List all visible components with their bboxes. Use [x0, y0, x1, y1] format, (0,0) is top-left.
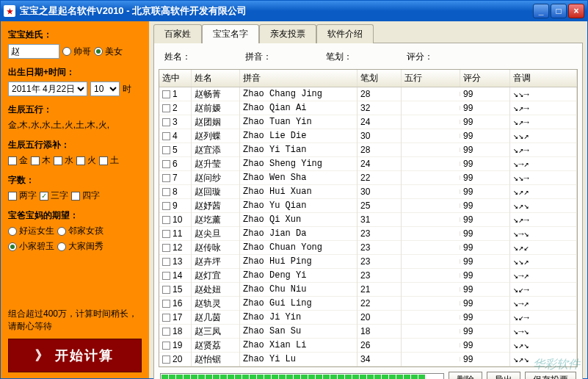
- hdr-pinyin[interactable]: 拼音: [240, 70, 357, 87]
- row-checkbox[interactable]: [162, 328, 170, 336]
- row-checkbox[interactable]: [162, 188, 170, 196]
- birth-date-select[interactable]: 2011年 4月22日: [8, 82, 87, 96]
- hdr-sel[interactable]: 选中: [159, 70, 192, 87]
- filter-name: 姓名：: [164, 51, 223, 63]
- filter-row: 姓名： 拼音： 笔划： 评分：: [159, 48, 578, 69]
- table-row[interactable]: 20赵怡锯Zhao Yi Lu3499↘↗↘: [159, 353, 577, 367]
- row-checkbox[interactable]: [162, 230, 170, 238]
- list-body[interactable]: 1赵畅菁Zhao Chang Jing2899↘↘→2赵前嫒Zhao Qian …: [159, 87, 577, 367]
- delete-button[interactable]: 删除: [449, 372, 482, 379]
- surname-label: 宝宝姓氏：: [8, 29, 142, 41]
- progress-bar: [160, 373, 444, 379]
- row-checkbox[interactable]: [162, 272, 170, 280]
- qiwang-opt1[interactable]: 好运女生: [8, 225, 54, 237]
- row-checkbox[interactable]: [162, 244, 170, 252]
- tabs: 百家姓 宝宝名字 亲友投票 软件介绍: [149, 21, 587, 43]
- filter-pinyin: 拼音：: [245, 51, 304, 63]
- tianbu-shui[interactable]: 水: [54, 154, 73, 167]
- qiwang-opt2[interactable]: 邻家女孩: [57, 225, 104, 237]
- filter-bihua: 笔划：: [326, 51, 385, 63]
- zishu-label: 字数：: [8, 174, 142, 187]
- tab-panel: 姓名： 拼音： 笔划： 评分： 选中 姓名 拼音 笔划 五行 评分 音调: [153, 43, 583, 379]
- tab-ruanjianjieshao[interactable]: 软件介绍: [316, 24, 374, 43]
- titlebar: ★ 宝宝之星起名软件V2010 - 北京联高软件开发有限公司 _ □ ×: [1, 1, 587, 21]
- row-checkbox[interactable]: [162, 90, 170, 98]
- row-checkbox[interactable]: [162, 286, 170, 294]
- filter-score: 评分：: [407, 51, 465, 63]
- zishu-three[interactable]: 三字: [40, 190, 68, 202]
- row-checkbox[interactable]: [162, 174, 170, 182]
- birth-label: 出生日期+时间：: [8, 66, 142, 79]
- qiwang-opt3[interactable]: 小家碧玉: [8, 240, 54, 253]
- hdr-tone[interactable]: 音调: [510, 70, 577, 87]
- tianbu-huo[interactable]: 火: [76, 154, 96, 167]
- row-checkbox[interactable]: [162, 202, 170, 210]
- gender-girl-radio[interactable]: 美女: [94, 46, 123, 58]
- start-compute-button[interactable]: 》 开始计算: [8, 339, 142, 372]
- hint-text: 组合超过400万，计算时间稍长，请耐心等待: [8, 308, 142, 333]
- row-checkbox[interactable]: [162, 160, 170, 168]
- row-checkbox[interactable]: [162, 300, 170, 308]
- export-button[interactable]: 导出: [487, 372, 520, 379]
- qiwang-label: 宝爸宝妈的期望：: [8, 209, 142, 222]
- minimize-button[interactable]: _: [533, 4, 549, 18]
- window-title: 宝宝之星起名软件V2010 - 北京联高软件开发有限公司: [20, 4, 533, 18]
- sidebar: 宝宝姓氏： 帅哥 美女 出生日期+时间： 2011年 4月22日 10 时 生辰…: [1, 21, 149, 378]
- list-header: 选中 姓名 拼音 笔划 五行 评分 音调: [159, 70, 577, 87]
- tianbu-mu[interactable]: 木: [31, 154, 51, 167]
- surname-input[interactable]: [8, 44, 59, 59]
- birth-hour-select[interactable]: 10: [90, 82, 120, 96]
- hdr-bihua[interactable]: 笔划: [357, 70, 402, 87]
- qiwang-opt4[interactable]: 大家闺秀: [57, 240, 104, 253]
- wuxing-value: 金,木,水,水,土,火,土,木,火,: [8, 119, 142, 131]
- maximize-button[interactable]: □: [551, 4, 567, 18]
- row-checkbox[interactable]: [162, 104, 170, 112]
- tianbu-tu[interactable]: 土: [99, 154, 119, 167]
- row-checkbox[interactable]: [162, 342, 170, 350]
- zishu-four[interactable]: 四字: [71, 190, 100, 202]
- row-checkbox[interactable]: [162, 146, 170, 154]
- wuxing-label: 生辰五行：: [8, 104, 142, 116]
- hour-suffix: 时: [123, 83, 131, 95]
- save-vote-button[interactable]: 保存投票: [525, 372, 576, 379]
- tab-qinyoutoupiao[interactable]: 亲友投票: [259, 24, 316, 43]
- app-icon: ★: [4, 5, 15, 17]
- tab-baobaomingzi[interactable]: 宝宝名字: [202, 24, 259, 43]
- zishu-two[interactable]: 两字: [8, 190, 37, 202]
- row-checkbox[interactable]: [162, 355, 170, 364]
- row-checkbox[interactable]: [162, 132, 170, 140]
- hdr-name[interactable]: 姓名: [192, 70, 240, 87]
- close-button[interactable]: ×: [568, 4, 584, 18]
- row-checkbox[interactable]: [162, 314, 170, 322]
- tab-baijiaxing[interactable]: 百家姓: [153, 24, 202, 43]
- row-checkbox[interactable]: [162, 118, 170, 126]
- row-checkbox[interactable]: [162, 258, 170, 266]
- hdr-score[interactable]: 评分: [460, 70, 510, 87]
- tianbu-label: 生辰五行添补：: [8, 139, 142, 151]
- row-checkbox[interactable]: [162, 216, 170, 224]
- gender-boy-radio[interactable]: 帅哥: [62, 46, 91, 58]
- name-list: 选中 姓名 拼音 笔划 五行 评分 音调 1赵畅菁Zhao Chang Jing…: [159, 69, 578, 367]
- tianbu-jin[interactable]: 金: [8, 154, 28, 167]
- hdr-wuxing[interactable]: 五行: [402, 70, 460, 87]
